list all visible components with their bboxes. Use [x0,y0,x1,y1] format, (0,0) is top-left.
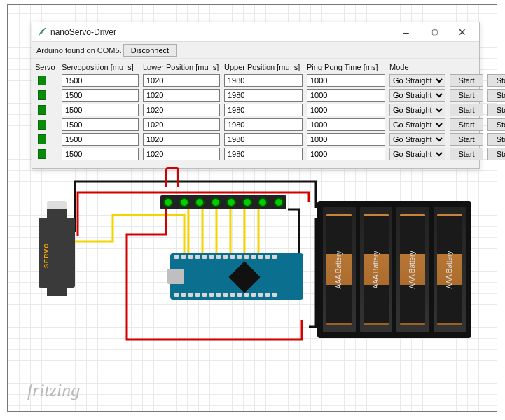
stop-button[interactable]: Stop [487,89,505,102]
upper-position-input[interactable] [224,133,303,146]
stop-button[interactable]: Stop [487,74,505,87]
lower-position-input[interactable] [143,118,220,131]
disconnect-button[interactable]: Disconnect [123,44,177,57]
stop-button[interactable]: Stop [487,118,505,131]
stop-button[interactable]: Stop [487,133,505,146]
header-row: Servo Servoposition [mu_s] Lower Positio… [35,63,476,71]
window-maximize-button[interactable] [420,22,448,42]
battery-label: AAA Battery [372,251,380,288]
start-button[interactable]: Start [450,118,483,131]
servo-indicator [38,134,46,144]
col-mode: Mode [389,63,445,71]
pingpong-time-input[interactable] [307,74,385,87]
window-close-button[interactable] [448,22,476,42]
col-ping: Ping Pong Time [ms] [307,63,385,71]
servo-indicator [38,120,46,130]
circuit-diagram: SERVO AAA Battery AAA Battery AAA Batter… [8,152,498,411]
mode-select[interactable]: Go Straight [389,104,445,116]
servoposition-input[interactable] [62,118,139,131]
servo-row: Go StraightStartStop [35,104,476,116]
battery-label: AAA Battery [335,251,343,288]
servoposition-input[interactable] [62,74,139,87]
servo-row: Go StraightStartStop [35,118,476,131]
mode-select[interactable]: Go Straight [389,118,445,131]
window-minimize-button[interactable] [392,22,420,42]
lower-position-input[interactable] [143,133,220,146]
stop-button[interactable]: Stop [487,104,505,116]
lower-position-input[interactable] [143,104,220,116]
battery-label: AAA Battery [445,251,453,288]
window-title: nanoServo-Driver [50,27,392,37]
app-frame: nanoServo-Driver Arduino found on COM5. … [7,4,497,412]
lower-position-input[interactable] [143,74,220,87]
servo-indicator [38,76,46,85]
app-icon [38,27,46,37]
servo-row: Go StraightStartStop [35,133,476,146]
arduino-nano [170,253,303,300]
upper-position-input[interactable] [224,74,303,87]
servoposition-input[interactable] [62,104,139,116]
lower-position-input[interactable] [143,89,220,102]
start-button[interactable]: Start [450,89,483,102]
servo-indicator [38,105,46,115]
battery-holder: AAA Battery AAA Battery AAA Battery AAA … [317,201,471,338]
servo-label: SERVO [43,243,50,268]
pingpong-time-input[interactable] [307,89,385,102]
pingpong-time-input[interactable] [307,118,385,131]
servo-row: Go StraightStartStop [35,74,476,87]
pin-header-strip [160,195,286,209]
servoposition-input[interactable] [62,89,139,102]
servo-motor: SERVO [39,218,75,288]
servo-indicator [38,90,46,100]
start-button[interactable]: Start [450,104,483,116]
connection-status: Arduino found on COM5. [36,46,122,55]
jumper-icon [165,167,179,187]
upper-position-input[interactable] [224,104,303,116]
mode-select[interactable]: Go Straight [389,133,445,146]
pingpong-time-input[interactable] [307,133,385,146]
col-servo: Servo [35,63,57,71]
col-upper: Upper Position [mu_s] [224,63,303,71]
toolbar: Arduino found on COM5. Disconnect [32,42,479,59]
upper-position-input[interactable] [224,118,303,131]
driver-window: nanoServo-Driver Arduino found on COM5. … [32,22,480,169]
col-servopos: Servoposition [mu_s] [62,63,139,71]
mode-select[interactable]: Go Straight [389,74,445,87]
start-button[interactable]: Start [450,133,483,146]
pingpong-time-input[interactable] [307,104,385,116]
battery-label: AAA Battery [409,251,417,288]
fritzing-watermark: fritzing [27,380,80,401]
upper-position-input[interactable] [224,89,303,102]
servo-row: Go StraightStartStop [35,89,476,102]
titlebar[interactable]: nanoServo-Driver [32,22,479,42]
start-button[interactable]: Start [450,74,483,87]
servoposition-input[interactable] [62,133,139,146]
mode-select[interactable]: Go Straight [389,89,445,102]
col-lower: Lower Position [mu_s] [143,63,220,71]
